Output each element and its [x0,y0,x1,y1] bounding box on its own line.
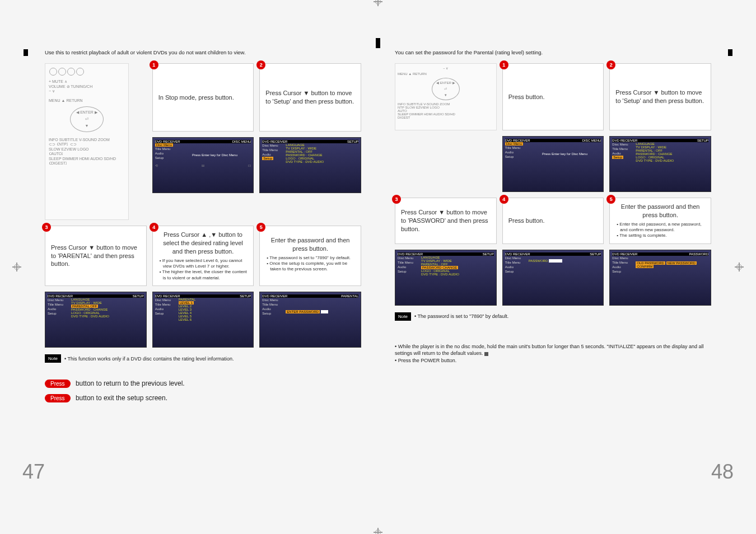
page-48: You can set the password for the Parenta… [395,45,711,402]
osd-password-entry: DVD RECEIVERSETUP Disc MenuTitle MenuAud… [502,250,604,306]
page-47: Use this to restrict playback of adult o… [45,45,361,402]
osd-setup-list: DVD RECEIVERSETUP Disc Menu Title Menu A… [259,137,361,220]
crop-mark [728,49,732,56]
registration-mark [374,0,382,6]
step4-label: Press button. [508,217,545,225]
step3-label: Press Cursor ▼ button to move to 'PASSWO… [401,208,491,233]
step4-text: 4 Press Cursor ▲ ,▼ button to select the… [152,226,254,286]
step-number: 2 [606,60,615,69]
page-intro: Use this to restrict playback of adult o… [45,49,361,55]
note-text: • The password is set to "7890" by defau… [414,313,508,319]
crop-mark [376,38,380,48]
remote-diagram: + MUTE ∧ VOLUME ⊘ TUNING/CH − ∨ MENU ▲ R… [45,63,147,220]
step-number: 5 [606,195,615,204]
footer2-text: button to exit the setup screen. [76,394,167,402]
osd-parental-highlight: DVD RECEIVERSETUP Disc MenuTitle MenuAud… [45,292,147,348]
step-number: 4 [150,223,158,232]
osd-disc-menu: DVD RECEIVERDISC MENU Disc Menu Title Me… [152,137,254,220]
note-label: Note [395,312,411,321]
step5-label: Enter the password and then press button… [265,231,355,253]
step3-text: 3 Press Cursor ▼ button to move to 'PASS… [395,198,497,244]
restore-instructions: • While the player is in the no disc mod… [395,343,711,364]
step1-text: 1 Press button. [502,63,604,130]
osd-setup-list: DVD RECEIVERSETUP Disc MenuTitle MenuAud… [609,136,711,192]
osd-disc-menu: DVD RECEIVERDISC MENU Disc MenuTitle Men… [502,136,604,192]
note-text: • This function works only if a DVD disc… [64,356,234,362]
step2-text: 2 Press Cursor ▼ button to move to 'Setu… [609,63,711,130]
step3-text: 3 Press Cursor ▼ button to move to 'PARE… [45,226,147,286]
page-number-right: 48 [711,460,734,484]
step1-label: In Stop mode, press button. [158,93,234,102]
registration-mark [735,263,744,271]
remote-diagram: − ∨ MENU ▲ RETURN ◀ ENTER ▶⏎▼ INFO SUBTI… [395,63,497,130]
step4-label: Press Cursor ▲ ,▼ button to select the d… [158,231,248,256]
step2-text: 2 Press Cursor ▼ button to move to 'Setu… [259,63,361,132]
step5-label: Enter the password and then press button… [615,203,705,219]
step1-text: 1 In Stop mode, press button. [152,63,254,132]
step-number: 3 [42,223,51,232]
step-number: 3 [392,195,401,204]
osd-parental-levels: DVD RECEIVERSETUP Disc MenuTitle MenuAud… [152,292,254,348]
press-pill: Press [45,394,71,402]
step-number: 1 [150,60,158,69]
step-number: 4 [500,195,508,204]
step-number: 2 [256,60,265,69]
osd-enter-password: DVD RECEIVERPARENTAL Disc MenuTitle Menu… [259,292,361,348]
osd-password-highlight: DVD RECEIVERSETUP Disc MenuTitle MenuAud… [395,250,497,306]
step2-label: Press Cursor ▼ button to move to 'Setup'… [265,89,355,106]
registration-mark [12,263,21,271]
step-number: 5 [256,223,265,232]
step4-notes: If you have selected Level 6, you cannot… [158,258,248,282]
step5-notes: Enter the old password, a new password, … [615,222,705,239]
step2-label: Press Cursor ▼ button to move to 'Setup'… [615,88,705,105]
step5-notes: The password is set to "7890" by default… [265,255,355,273]
step5-text: 5 Enter the password and then press butt… [259,226,361,286]
note-label: Note [45,354,61,363]
footer1-text: button to return to the previous level. [76,380,185,387]
page-number-left: 47 [22,460,45,484]
page-intro: You can set the password for the Parenta… [395,49,711,55]
registration-mark [374,528,382,534]
stop-icon [484,352,488,356]
step4-text: 4 Press button. [502,198,604,244]
step3-label: Press Cursor ▼ button to move to 'PARENT… [51,243,141,269]
step1-label: Press button. [508,93,545,101]
step-number: 1 [500,60,508,69]
osd-password-change: DVD RECEIVERPASSWORD Disc MenuTitle Menu… [609,250,711,306]
crop-mark [24,49,28,56]
press-pill: Press [45,380,71,388]
step5-text: 5 Enter the password and then press butt… [609,198,711,244]
